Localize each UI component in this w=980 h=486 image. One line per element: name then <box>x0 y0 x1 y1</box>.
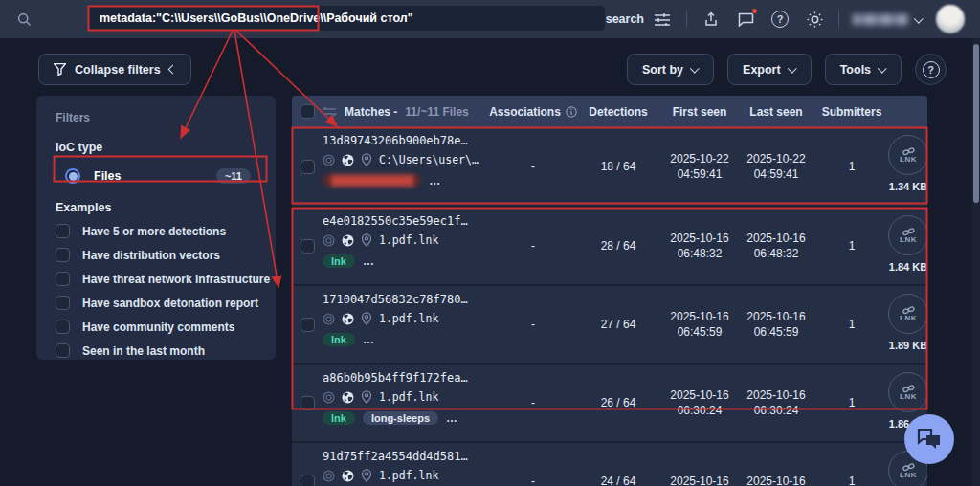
tools-button[interactable]: Tools <box>825 54 902 85</box>
feedback-icon[interactable] <box>735 9 756 30</box>
file-type-badge[interactable]: LNK <box>888 294 927 334</box>
example-checkbox[interactable] <box>56 343 70 358</box>
table-header: Matches - 11/~11 Files Associations Dete… <box>292 96 927 127</box>
table-row[interactable]: e4e0182550c35e59ec1f… 1.pdf.lnk lnk… - 2… <box>292 206 927 284</box>
example-filter-item[interactable]: Seen in the last month <box>56 343 256 358</box>
file-type-label: LNK <box>900 155 917 164</box>
ioc-count-badge: ~11 <box>216 168 251 184</box>
top-bar: metadata:"C:\\Users\\GoBus\\OneDrive\\Ра… <box>0 0 980 38</box>
globe-icon <box>342 391 354 404</box>
search-icon <box>13 9 34 30</box>
example-label: Have distribution vectors <box>82 249 220 262</box>
first-seen-value: 2025-10-1606:48:32 <box>661 208 738 284</box>
detonation-target-icon <box>323 234 335 247</box>
first-seen-value: 2025-10-2204:59:41 <box>661 127 738 206</box>
ioc-option-files[interactable]: Files ~11 <box>56 164 256 188</box>
last-seen-value: 2025-10-16 <box>738 443 814 486</box>
detonation-target-icon <box>323 154 335 166</box>
avatar[interactable] <box>936 5 965 33</box>
sliders-icon <box>652 9 673 30</box>
scrollbar-thumb[interactable] <box>973 44 979 203</box>
location-pin-icon <box>361 469 372 482</box>
file-type-badge[interactable]: LNK <box>888 372 927 412</box>
more-tags[interactable]: … <box>446 411 459 425</box>
tag-redacted[interactable]: ██████████████ <box>323 174 421 187</box>
location-pin-icon <box>361 312 372 325</box>
file-hash[interactable]: 91d75ff2a4554dd4d581… <box>323 450 491 463</box>
example-checkbox[interactable] <box>56 248 70 262</box>
last-seen-value: 2025-10-2204:59:41 <box>738 127 814 206</box>
help-icon[interactable]: ? <box>769 9 791 30</box>
file-size: 1.89 KB <box>883 340 927 351</box>
file-type-badge[interactable]: LNK <box>888 135 927 175</box>
example-checkbox[interactable] <box>56 224 70 238</box>
associations-value: - <box>491 127 575 206</box>
more-tags[interactable]: … <box>429 174 442 188</box>
search-input[interactable]: metadata:"C:\\Users\\GoBus\\OneDrive\\Ра… <box>88 6 605 31</box>
ioc-type-label: IoC type <box>56 141 256 154</box>
associations-value: - <box>491 208 575 284</box>
tag-lnk[interactable]: lnk <box>323 333 355 346</box>
table-row[interactable]: 91d75ff2a4554dd4d581… 1.pdf.lnk - 24 / 6… <box>292 441 927 486</box>
tag-lnk[interactable]: lnk <box>323 411 355 425</box>
sort-by-button[interactable]: Sort by <box>627 54 714 85</box>
more-tags[interactable]: … <box>363 333 376 346</box>
example-label: Seen in the last month <box>82 344 205 358</box>
associations-header: Associations <box>489 105 561 119</box>
select-all-checkbox[interactable] <box>301 104 315 119</box>
submitters-value: 1 <box>814 127 889 206</box>
export-button[interactable]: Export <box>727 54 812 85</box>
example-checkbox[interactable] <box>56 296 70 310</box>
detections-value: 28 / 64 <box>575 208 661 284</box>
file-hash[interactable]: a86b0b95b4ff9f172fea… <box>323 371 491 385</box>
row-checkbox[interactable] <box>301 160 315 174</box>
table-row[interactable]: 1710047d56832c78f780… 1.pdf.lnk lnk… - 2… <box>292 284 927 363</box>
example-filter-item[interactable]: Have community comments <box>56 320 256 334</box>
example-filter-item[interactable]: Have sandbox detonation report <box>56 296 256 310</box>
tag-slate[interactable]: long-sleeps <box>363 411 438 425</box>
upload-icon[interactable] <box>701 9 722 30</box>
table-row[interactable]: 13d89743206b900eb78e… C:\Users\user\… ██… <box>292 127 927 206</box>
example-checkbox[interactable] <box>56 272 70 286</box>
example-checkbox[interactable] <box>56 320 70 334</box>
file-name: 1.pdf.lnk <box>379 233 438 247</box>
ioc-option-label: Files <box>94 169 203 183</box>
tag-list: lnk… <box>323 253 491 269</box>
divider <box>838 11 839 28</box>
tag-list: lnk… <box>323 331 491 347</box>
detonation-target-icon <box>323 470 335 482</box>
examples-label: Examples <box>56 201 256 214</box>
file-hash[interactable]: e4e0182550c35e59ec1f… <box>323 214 491 228</box>
filters-title: Filters <box>56 111 256 124</box>
help-glyph: ? <box>771 11 789 28</box>
file-size: 1.84 KB <box>883 261 927 273</box>
location-pin-icon <box>361 390 372 404</box>
file-hash[interactable]: 1710047d56832c78f780… <box>323 293 491 306</box>
example-filter-item[interactable]: Have distribution vectors <box>56 248 256 262</box>
row-checkbox[interactable] <box>301 475 315 486</box>
first-seen-value: 2025-10-16 <box>661 443 738 486</box>
row-checkbox[interactable] <box>301 239 315 254</box>
chat-fab-button[interactable] <box>904 414 954 464</box>
collapse-filters-button[interactable]: Collapse filters <box>38 54 191 85</box>
tools-label: Tools <box>840 63 871 77</box>
table-row[interactable]: a86b0b95b4ff9f172fea… 1.pdf.lnk lnklong-… <box>292 363 927 441</box>
row-checkbox[interactable] <box>301 396 315 410</box>
tag-list: lnklong-sleeps… <box>323 409 491 426</box>
theme-icon[interactable] <box>804 9 825 30</box>
last-seen-value: 2025-10-1606:45:59 <box>738 286 814 363</box>
example-filter-item[interactable]: Have threat network infrastructure <box>56 272 256 286</box>
associations-value: - <box>491 443 575 486</box>
file-type-badge[interactable]: LNK <box>888 215 927 255</box>
tag-lnk[interactable]: lnk <box>323 254 355 268</box>
user-menu[interactable] <box>853 14 923 25</box>
help-button[interactable]: ? <box>915 54 947 85</box>
example-label: Have community comments <box>82 320 234 334</box>
more-tags[interactable]: … <box>363 254 376 268</box>
detections-value: 24 / 64 <box>575 443 661 486</box>
submitters-value: 1 <box>814 364 889 441</box>
example-filter-item[interactable]: Have 5 or more detections <box>56 224 256 238</box>
row-checkbox[interactable] <box>301 318 315 332</box>
file-hash[interactable]: 13d89743206b900eb78e… <box>323 134 491 147</box>
results-list: 13d89743206b900eb78e… C:\Users\user\… ██… <box>292 127 927 486</box>
